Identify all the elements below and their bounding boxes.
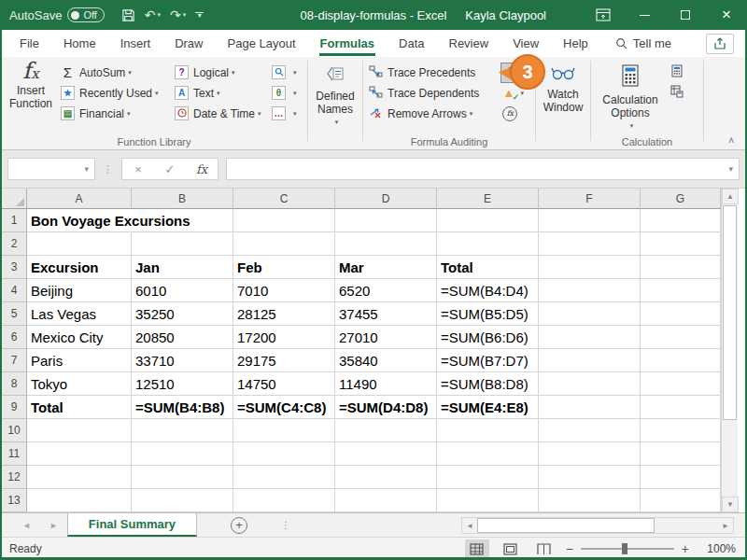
cell-E6[interactable]: =SUM(B6:D6) — [437, 326, 539, 349]
cell-G9[interactable] — [641, 396, 721, 419]
cell-F12[interactable] — [539, 466, 641, 489]
cell-F9[interactable] — [539, 396, 641, 419]
cell-G8[interactable] — [641, 372, 721, 396]
row-header-5[interactable]: 5 — [2, 302, 27, 326]
cell-A13[interactable] — [27, 489, 132, 512]
cell-F2[interactable] — [539, 232, 641, 256]
tab-help[interactable]: Help — [562, 32, 589, 55]
cell-A3[interactable]: Excursion — [27, 256, 132, 279]
cell-A11[interactable] — [27, 442, 132, 466]
cell-F6[interactable] — [539, 326, 641, 349]
cell-E4[interactable]: =SUM(B4:D4) — [437, 279, 539, 302]
cell-A5[interactable]: Las Vegas — [27, 302, 132, 326]
cell-B7[interactable]: 33710 — [132, 349, 233, 372]
cell-C2[interactable] — [233, 232, 335, 256]
minimize-button[interactable] — [624, 0, 665, 30]
cell-B2[interactable] — [132, 232, 233, 256]
scroll-left-icon[interactable]: ◄ — [462, 518, 477, 533]
column-header-A[interactable]: A — [27, 189, 132, 209]
cell-F1[interactable] — [539, 209, 641, 232]
page-break-view-button[interactable] — [532, 539, 557, 558]
normal-view-button[interactable] — [465, 539, 489, 558]
cell-D11[interactable] — [335, 442, 437, 466]
cell-E10[interactable] — [437, 419, 539, 442]
cell-F13[interactable] — [539, 489, 641, 512]
cell-G7[interactable] — [641, 349, 721, 372]
cancel-button[interactable]: × — [122, 162, 154, 176]
cell-C12[interactable] — [233, 466, 335, 489]
cell-B10[interactable] — [132, 419, 233, 442]
cell-E8[interactable]: =SUM(B8:D8) — [437, 372, 539, 396]
cell-C7[interactable]: 29175 — [233, 349, 335, 372]
column-header-C[interactable]: C — [233, 189, 335, 209]
sheet-tab-final-summary[interactable]: Final Summary — [67, 513, 197, 537]
scroll-up-icon[interactable]: ▲ — [722, 189, 739, 204]
tab-review[interactable]: Review — [448, 32, 490, 55]
close-button[interactable]: × — [706, 0, 747, 30]
cell-C9[interactable]: =SUM(C4:C8) — [233, 396, 335, 419]
cell-G13[interactable] — [641, 489, 721, 512]
cell-G3[interactable] — [641, 256, 721, 279]
cell-B9[interactable]: =SUM(B4:B8) — [132, 396, 233, 419]
cell-A8[interactable]: Tokyo — [27, 372, 132, 396]
cell-F5[interactable] — [539, 302, 641, 326]
row-header-3[interactable]: 3 — [2, 256, 27, 279]
column-header-D[interactable]: D — [335, 189, 437, 209]
maximize-button[interactable] — [665, 0, 706, 30]
cell-D9[interactable]: =SUM(D4:D8) — [335, 396, 437, 419]
cell-D8[interactable]: 11490 — [335, 372, 437, 396]
zoom-out-button[interactable]: − — [566, 541, 573, 556]
horizontal-scroll-thumb[interactable] — [477, 518, 655, 533]
horizontal-scrollbar[interactable]: ◄ ► — [461, 517, 734, 534]
column-header-F[interactable]: F — [539, 189, 641, 209]
trace-dependents-button[interactable]: Trace Dependents — [366, 83, 500, 103]
cell-G10[interactable] — [641, 419, 721, 442]
select-all-corner[interactable] — [2, 189, 27, 209]
tab-insert[interactable]: Insert — [120, 32, 152, 55]
autosave-toggle[interactable]: Off — [67, 7, 104, 22]
calculate-sheet-button[interactable] — [667, 83, 695, 103]
tab-data[interactable]: Data — [398, 32, 425, 55]
cell-E11[interactable] — [437, 442, 539, 466]
tab-file[interactable]: File — [19, 32, 40, 55]
cell-A12[interactable] — [27, 466, 132, 489]
cell-E5[interactable]: =SUM(B5:D5) — [437, 302, 539, 326]
row-header-11[interactable]: 11 — [2, 442, 27, 466]
row-header-4[interactable]: 4 — [2, 279, 27, 302]
cell-A1[interactable]: Bon Voyage Excursions — [27, 209, 132, 232]
insert-function-button[interactable]: fx Insert Function — [4, 61, 58, 134]
tab-view[interactable]: View — [512, 32, 540, 55]
undo-button[interactable]: ↶▾ — [141, 5, 164, 25]
cell-F11[interactable] — [539, 442, 641, 466]
cell-G4[interactable] — [641, 279, 721, 302]
lookup-reference-button[interactable]: ▾ — [269, 63, 303, 82]
cell-E13[interactable] — [437, 489, 539, 512]
cell-E1[interactable] — [437, 209, 539, 232]
row-header-7[interactable]: 7 — [2, 349, 27, 372]
cell-G2[interactable] — [641, 232, 721, 256]
cell-B13[interactable] — [132, 489, 233, 512]
column-header-B[interactable]: B — [132, 189, 233, 209]
cell-C5[interactable]: 28125 — [233, 302, 335, 326]
cell-E3[interactable]: Total — [437, 256, 539, 279]
trace-precedents-button[interactable]: Trace Precedents — [366, 63, 500, 82]
cell-A2[interactable] — [27, 232, 132, 256]
calculate-now-button[interactable] — [667, 63, 695, 82]
defined-names-button[interactable]: Defined Names ▾ — [311, 61, 359, 134]
scroll-down-icon[interactable]: ▼ — [722, 497, 739, 512]
cell-D3[interactable]: Mar — [335, 256, 437, 279]
zoom-in-button[interactable]: + — [682, 541, 689, 556]
cell-C11[interactable] — [233, 442, 335, 466]
horizontal-scroll-track[interactable] — [655, 518, 718, 533]
more-functions-button[interactable]: …▾ — [269, 104, 303, 123]
formula-input[interactable]: ▾ — [226, 158, 740, 180]
column-header-E[interactable]: E — [437, 189, 539, 209]
row-header-12[interactable]: 12 — [2, 466, 27, 489]
customize-qat-button[interactable]: ▾ — [191, 9, 207, 21]
row-header-2[interactable]: 2 — [2, 232, 27, 256]
name-box[interactable]: ▾ — [7, 158, 95, 180]
cell-D2[interactable] — [335, 232, 437, 256]
insert-function-fx-button[interactable]: fx — [186, 162, 218, 176]
remove-arrows-button[interactable]: Remove Arrows▾ — [366, 104, 500, 123]
collapse-ribbon-button[interactable]: ˄ — [728, 135, 734, 146]
